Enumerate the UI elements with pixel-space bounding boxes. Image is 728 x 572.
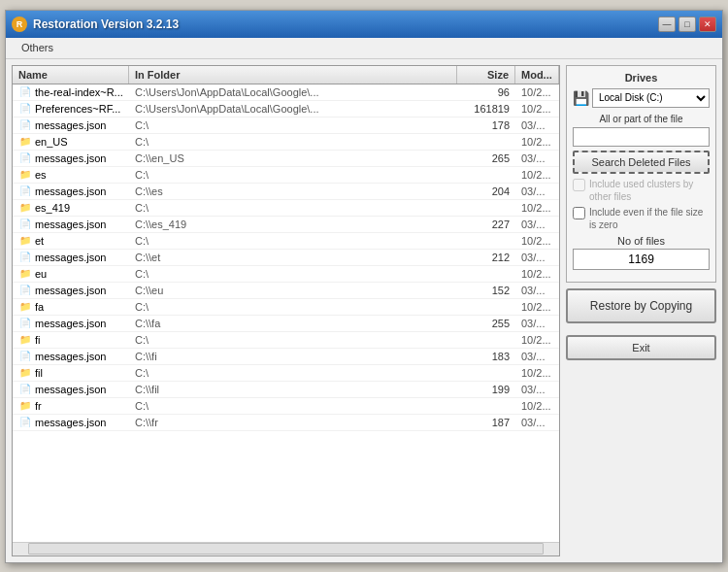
doc-icon: 📄 bbox=[18, 219, 32, 230]
file-list[interactable]: 📄 the-real-index~R... C:\Users\Jon\AppDa… bbox=[13, 84, 559, 542]
file-name-cell: 📄 messages.json bbox=[13, 349, 129, 364]
file-name-cell: 📁 et bbox=[13, 233, 129, 249]
file-size-cell bbox=[457, 173, 515, 177]
table-row[interactable]: 📄 messages.json C:\\en_US 265 03/... bbox=[13, 151, 559, 167]
table-row[interactable]: 📄 messages.json C:\\fa 255 03/... bbox=[13, 316, 559, 332]
file-name-cell: 📁 eu bbox=[13, 266, 129, 282]
file-modified-cell: 03/... bbox=[515, 382, 559, 397]
doc-icon: 📄 bbox=[18, 285, 32, 296]
file-name: fr bbox=[35, 400, 42, 412]
table-row[interactable]: 📄 Preferences~RF... C:\Users\Jon\AppData… bbox=[13, 101, 559, 118]
horizontal-scrollbar[interactable] bbox=[28, 543, 544, 555]
file-modified-cell: 10/2... bbox=[515, 266, 559, 282]
table-row[interactable]: 📄 messages.json C:\\et 212 03/... bbox=[13, 250, 559, 266]
file-name-cell: 📄 messages.json bbox=[13, 415, 129, 430]
file-name-cell: 📄 messages.json bbox=[13, 217, 129, 232]
file-name: messages.json bbox=[35, 285, 106, 296]
file-name: fi bbox=[35, 334, 41, 346]
minimize-button[interactable]: — bbox=[658, 17, 676, 32]
file-size-cell: 152 bbox=[457, 283, 515, 298]
table-row[interactable]: 📁 fr C:\ 10/2... bbox=[13, 398, 559, 415]
search-input[interactable] bbox=[573, 127, 710, 147]
maximize-button[interactable]: □ bbox=[678, 17, 696, 32]
file-name-cell: 📄 messages.json bbox=[13, 151, 129, 166]
file-name: messages.json bbox=[35, 384, 106, 395]
file-size-cell bbox=[457, 404, 515, 408]
file-modified-cell: 10/2... bbox=[515, 200, 559, 216]
table-row[interactable]: 📄 messages.json C:\\fr 187 03/... bbox=[13, 415, 559, 431]
file-name: et bbox=[35, 235, 44, 247]
table-row[interactable]: 📄 messages.json C:\\eu 152 03/... bbox=[13, 283, 559, 299]
file-modified-cell: 03/... bbox=[515, 151, 559, 166]
file-name-cell: 📄 the-real-index~R... bbox=[13, 84, 129, 100]
include-used-checkbox[interactable] bbox=[573, 179, 585, 191]
file-folder-cell: C:\\en_US bbox=[129, 151, 457, 166]
table-row[interactable]: 📁 en_US C:\ 10/2... bbox=[13, 134, 559, 151]
file-size-cell: 255 bbox=[457, 316, 515, 331]
exit-button[interactable]: Exit bbox=[566, 335, 716, 360]
file-name: messages.json bbox=[35, 417, 106, 428]
table-row[interactable]: 📁 es C:\ 10/2... bbox=[13, 167, 559, 184]
col-header-modified[interactable]: Mod... bbox=[515, 66, 559, 84]
file-size-cell: 212 bbox=[457, 250, 515, 265]
file-size-cell: 227 bbox=[457, 217, 515, 232]
file-name-cell: 📄 messages.json bbox=[13, 184, 129, 199]
main-window: R Restoration Version 3.2.13 — □ ✕ Other… bbox=[5, 10, 723, 563]
file-modified-cell: 03/... bbox=[515, 217, 559, 232]
doc-icon: 📄 bbox=[18, 152, 32, 164]
file-name: messages.json bbox=[35, 351, 106, 362]
restore-by-copying-button[interactable]: Restore by Copying bbox=[566, 288, 716, 323]
title-buttons: — □ ✕ bbox=[658, 17, 716, 32]
table-row[interactable]: 📁 et C:\ 10/2... bbox=[13, 233, 559, 250]
col-header-name[interactable]: Name bbox=[13, 66, 129, 84]
include-used-label: Include used clusters by other files bbox=[589, 178, 710, 203]
file-modified-cell: 10/2... bbox=[515, 398, 559, 414]
table-row[interactable]: 📄 the-real-index~R... C:\Users\Jon\AppDa… bbox=[13, 84, 559, 101]
file-modified-cell: 03/... bbox=[515, 250, 559, 265]
file-name: messages.json bbox=[35, 152, 106, 164]
file-name: messages.json bbox=[35, 219, 106, 230]
table-row[interactable]: 📄 messages.json C:\\fil 199 03/... bbox=[13, 382, 559, 398]
menu-others[interactable]: Others bbox=[14, 40, 61, 55]
include-zero-row: Include even if the file size is zero bbox=[573, 206, 710, 231]
file-table-header: Name In Folder Size Mod... bbox=[13, 66, 559, 84]
file-name: eu bbox=[35, 268, 47, 280]
file-name: messages.json bbox=[35, 318, 106, 329]
table-row[interactable]: 📄 messages.json C:\\es 204 03/... bbox=[13, 184, 559, 200]
table-row[interactable]: 📁 fi C:\ 10/2... bbox=[13, 332, 559, 349]
drive-select[interactable]: Local Disk (C:) bbox=[592, 88, 710, 108]
file-name-cell: 📄 messages.json bbox=[13, 316, 129, 331]
table-row[interactable]: 📁 eu C:\ 10/2... bbox=[13, 266, 559, 283]
doc-icon: 📄 bbox=[18, 351, 32, 362]
file-folder-cell: C:\ bbox=[129, 134, 457, 150]
table-row[interactable]: 📁 es_419 C:\ 10/2... bbox=[13, 200, 559, 217]
drive-icon: 💾 bbox=[573, 90, 589, 106]
table-row[interactable]: 📁 fa C:\ 10/2... bbox=[13, 299, 559, 316]
file-name: es_419 bbox=[35, 202, 70, 214]
file-size-cell: 161819 bbox=[457, 101, 515, 117]
title-bar: R Restoration Version 3.2.13 — □ ✕ bbox=[6, 11, 722, 38]
table-row[interactable]: 📄 messages.json C:\\es_419 227 03/... bbox=[13, 217, 559, 233]
file-modified-cell: 10/2... bbox=[515, 134, 559, 150]
col-header-size[interactable]: Size bbox=[457, 66, 515, 84]
file-size-cell bbox=[457, 206, 515, 210]
table-row[interactable]: 📄 messages.json C:\ 178 03/... bbox=[13, 118, 559, 134]
file-folder-cell: C:\Users\Jon\AppData\Local\Google\... bbox=[129, 101, 457, 117]
file-modified-cell: 03/... bbox=[515, 415, 559, 430]
file-folder-cell: C:\ bbox=[129, 365, 457, 381]
file-size-cell: 199 bbox=[457, 382, 515, 397]
close-button[interactable]: ✕ bbox=[699, 17, 716, 32]
file-folder-cell: C:\\et bbox=[129, 250, 457, 265]
table-row[interactable]: 📁 fil C:\ 10/2... bbox=[13, 365, 559, 382]
doc-icon: 📄 bbox=[18, 185, 32, 197]
table-row[interactable]: 📄 messages.json C:\\fi 183 03/... bbox=[13, 349, 559, 365]
title-bar-left: R Restoration Version 3.2.13 bbox=[12, 17, 179, 32]
file-name: the-real-index~R... bbox=[35, 86, 123, 98]
search-deleted-button[interactable]: Search Deleted Files bbox=[573, 151, 710, 174]
include-zero-checkbox[interactable] bbox=[573, 207, 585, 219]
col-header-folder[interactable]: In Folder bbox=[129, 66, 457, 84]
file-size-cell bbox=[457, 338, 515, 342]
file-size-cell: 96 bbox=[457, 84, 515, 100]
right-panel: Drives 💾 Local Disk (C:) All or part of … bbox=[566, 65, 716, 556]
search-section-label: All or part of the file bbox=[573, 113, 710, 125]
